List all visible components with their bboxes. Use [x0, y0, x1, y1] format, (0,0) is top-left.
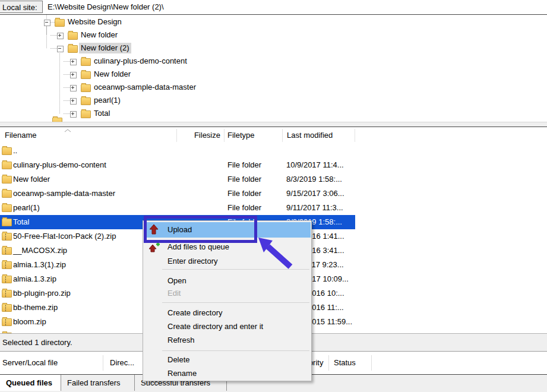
column-header-filesize[interactable]: Filesize [176, 128, 220, 143]
local-site-path-input[interactable]: E:\Website Design\New folder (2)\ [48, 1, 463, 13]
tree-item-total[interactable]: Total [0, 107, 547, 120]
filename[interactable]: __MACOSX.zip [13, 244, 67, 258]
zip-file-icon [2, 290, 12, 298]
collapse-expander-icon[interactable] [44, 20, 50, 26]
folder-icon [2, 162, 12, 169]
folder-icon [2, 204, 12, 212]
divider [0, 127, 547, 127]
file-list-header: Filename Filesize Filetype Last modified [0, 128, 547, 143]
column-header-last-modified[interactable]: Last modified [287, 128, 333, 143]
list-item[interactable]: pearl(1) File folder 9/11/2017 11:3... [0, 201, 355, 215]
zip-file-icon [2, 318, 12, 326]
local-site-label: Local site: [0, 1, 43, 13]
local-directory-tree[interactable]: Website Design New folder New folder (2)… [0, 15, 547, 122]
zip-file-icon [2, 261, 12, 269]
tab-queued-files[interactable]: Queued files [0, 375, 61, 391]
menu-item-create-directory[interactable]: Create directory [144, 306, 311, 320]
column-divider[interactable] [371, 355, 372, 371]
filename[interactable]: Total [13, 215, 29, 229]
expand-expander-icon[interactable] [70, 98, 77, 105]
zip-file-icon [2, 276, 12, 283]
tree-item-label[interactable]: pearl(1) [92, 95, 122, 106]
expand-expander-icon[interactable] [70, 111, 77, 118]
filename[interactable]: 50-Free-Flat-Icon-Pack (2).zip [13, 229, 116, 244]
annotation-arrow-icon [246, 230, 297, 277]
menu-item-edit-disabled: Edit [144, 286, 311, 301]
tree-item-new-folder[interactable]: New folder [0, 29, 547, 42]
folder-icon [81, 71, 91, 79]
tree-item-oceanwp-sample-data-master[interactable]: oceanwp-sample-data-master [0, 81, 547, 94]
filename[interactable]: almia.1.3.zip [13, 272, 56, 286]
filetype: File folder [227, 201, 261, 215]
folder-icon [55, 19, 65, 27]
filename[interactable]: New folder [13, 172, 50, 186]
tree-item-new-folder-child[interactable]: New folder [0, 68, 547, 81]
filename[interactable]: culinary-plus-demo-content [13, 158, 106, 172]
column-divider[interactable] [355, 129, 355, 142]
column-header-filetype[interactable]: Filetype [227, 128, 255, 143]
folder-icon [81, 84, 91, 92]
status-text: Selected 1 directory. [2, 338, 72, 347]
folder-icon [81, 97, 91, 105]
expand-expander-icon[interactable] [70, 72, 77, 78]
zip-file-icon [2, 247, 12, 255]
collapse-expander-icon[interactable] [57, 46, 64, 52]
expand-expander-icon[interactable] [57, 33, 64, 39]
list-item[interactable]: culinary-plus-demo-content File folder 1… [0, 158, 355, 172]
filename[interactable]: bb-theme.zip [13, 301, 58, 315]
folder-icon [81, 110, 91, 118]
list-item[interactable]: New folder File folder 8/3/2019 1:58:... [0, 172, 355, 186]
menu-separator [162, 302, 309, 303]
column-header-server-local-file[interactable]: Server/Local file [2, 352, 58, 374]
column-header-status[interactable]: Status [334, 352, 356, 374]
column-divider[interactable] [328, 355, 329, 371]
tree-item-label[interactable]: New folder [92, 69, 132, 80]
column-divider[interactable] [103, 355, 103, 371]
folder-icon [68, 32, 78, 40]
column-divider[interactable] [282, 129, 283, 142]
filename[interactable]: bb-plugin-pro.zip [13, 286, 71, 301]
annotation-highlight-box [144, 216, 257, 243]
menu-item-create-directory-and-enter[interactable]: Create directory and enter it [144, 320, 311, 334]
zip-file-icon [2, 304, 12, 312]
tree-item-label[interactable]: culinary-plus-demo-content [92, 56, 189, 67]
filezilla-local-pane: Local site: E:\Website Design\New folder… [0, 0, 547, 392]
tree-item-label[interactable]: New folder [79, 30, 119, 40]
last-modified: 8/3/2019 1:58:... [286, 172, 342, 186]
filename[interactable]: almia.1.3(1).zip [13, 258, 66, 272]
folder-icon [81, 58, 91, 66]
column-divider[interactable] [224, 129, 225, 142]
tab-failed-transfers[interactable]: Failed transfers [61, 375, 135, 391]
last-modified: 10/9/2017 11:4... [286, 158, 344, 172]
list-item-parent-dir[interactable]: .. [0, 144, 355, 158]
menu-item-rename[interactable]: Rename [144, 366, 311, 381]
folder-icon [2, 190, 12, 198]
filename[interactable]: bloom.zip [13, 315, 46, 329]
menu-item-refresh[interactable]: Refresh [144, 333, 311, 347]
tree-item-new-folder-2[interactable]: New folder (2) [0, 42, 547, 55]
column-header-direction[interactable]: Direc... [110, 352, 134, 374]
folder-icon [2, 219, 12, 226]
tree-item-label[interactable]: Website Design [66, 17, 124, 27]
tree-item-culinary-plus-demo-content[interactable]: culinary-plus-demo-content [0, 55, 547, 68]
tree-item-label-selected[interactable]: New folder (2) [79, 43, 131, 53]
folder-icon [2, 176, 12, 184]
filename[interactable]: oceanwp-sample-data-master [13, 186, 115, 201]
tree-item-website-design[interactable]: Website Design [0, 15, 547, 29]
filename[interactable]: .. [13, 144, 17, 158]
zip-file-icon [2, 233, 12, 241]
tree-item-label[interactable]: oceanwp-sample-data-master [92, 82, 198, 93]
menu-item-delete[interactable]: Delete [144, 353, 311, 367]
tree-item-label[interactable]: Total [92, 108, 112, 119]
filename[interactable]: pearl(1) [13, 201, 40, 215]
expand-expander-icon[interactable] [70, 59, 77, 65]
filetype: File folder [227, 172, 261, 186]
filetype: File folder [227, 186, 261, 201]
filetype: File folder [227, 158, 261, 172]
expand-expander-icon[interactable] [70, 85, 77, 91]
list-item[interactable]: oceanwp-sample-data-master File folder 9… [0, 186, 355, 201]
add-to-queue-icon [149, 242, 160, 252]
column-header-filename[interactable]: Filename [5, 128, 36, 143]
tree-item-pearl-1[interactable]: pearl(1) [0, 94, 547, 107]
menu-separator [162, 350, 309, 351]
